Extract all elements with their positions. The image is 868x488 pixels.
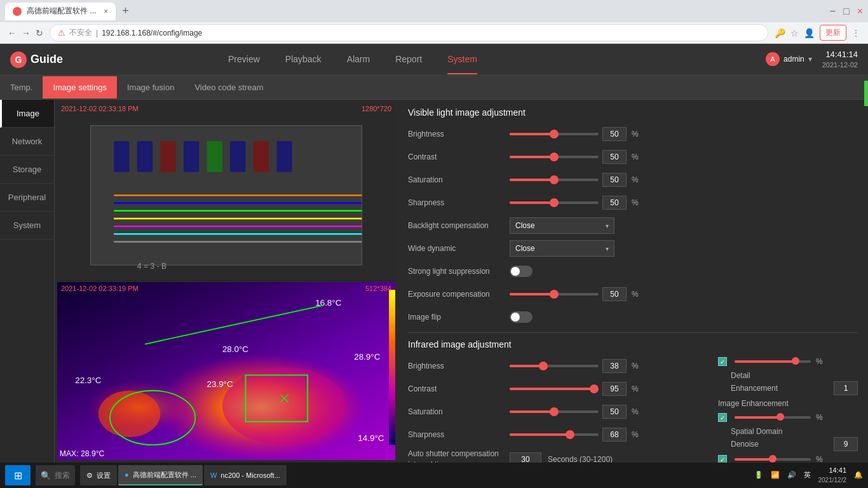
- time-display: 14:41:14: [822, 49, 858, 60]
- browser-tab[interactable]: 高德前端配置软件 ... ×: [5, 3, 116, 20]
- forward-button[interactable]: →: [22, 28, 31, 38]
- ir-saturation-value[interactable]: 50: [602, 405, 627, 419]
- secure-label: 不安全: [69, 27, 92, 38]
- tab-system[interactable]: System: [447, 45, 477, 74]
- vis-saturation-value[interactable]: 50: [602, 173, 627, 187]
- vis-strong-light-knob: [511, 267, 520, 276]
- sub-nav-image-fusion[interactable]: Image fusion: [117, 76, 184, 98]
- main-layout: Image Network Storage Peripheral System …: [0, 100, 868, 463]
- vis-wide-dynamic-label: Wide dynamic: [408, 244, 510, 253]
- vis-brightness-value[interactable]: 50: [602, 127, 627, 141]
- vis-strong-light-toggle[interactable]: [510, 266, 532, 277]
- ir-contrast-slider[interactable]: [510, 388, 599, 390]
- sidebar-item-system[interactable]: System: [0, 212, 54, 240]
- tab-alarm[interactable]: Alarm: [347, 45, 370, 74]
- sub-nav-video-code-stream[interactable]: Video code stream: [184, 76, 273, 98]
- vis-contrast-label: Contrast: [408, 152, 510, 161]
- ir-sharpness-value[interactable]: 68: [602, 428, 627, 442]
- datetime: 14:41:14 2021-12-02: [822, 49, 858, 71]
- address-text[interactable]: 192.168.1.168/#/config/image: [102, 29, 202, 37]
- sidebar-item-image[interactable]: Image: [0, 100, 54, 128]
- taskbar-word[interactable]: W nc200 - Microsoft...: [204, 465, 287, 485]
- vis-contrast-value[interactable]: 50: [602, 150, 627, 164]
- vis-image-flip-label: Image flip: [408, 313, 510, 322]
- key-icon: 🔑: [775, 28, 785, 38]
- sub-nav-temp[interactable]: Temp.: [0, 76, 43, 98]
- vis-saturation-unit: %: [632, 175, 639, 184]
- vis-brightness-control: 50 %: [510, 127, 639, 141]
- spatial-denoise-checkbox[interactable]: ✓: [718, 413, 727, 422]
- sidebar-item-peripheral[interactable]: Peripheral: [0, 184, 54, 212]
- time-domain-checkbox[interactable]: ✓: [718, 455, 727, 463]
- volume-icon: 🔊: [787, 471, 796, 479]
- ir-contrast-value[interactable]: 95: [602, 382, 627, 396]
- infrared-panel: 2021-12-02 02:33:19 PM 512*384: [57, 282, 395, 461]
- vis-image-flip-row: Image flip: [408, 308, 858, 326]
- detail-enhance-slider[interactable]: [735, 360, 811, 363]
- window-minimize-btn[interactable]: −: [830, 6, 836, 17]
- vis-image-flip-toggle[interactable]: [510, 311, 532, 323]
- vis-backlight-label: Backlight compensation: [408, 221, 510, 230]
- vis-wide-dynamic-dropdown[interactable]: Close ▾: [510, 240, 614, 257]
- denoise-label: Denoise: [731, 440, 759, 449]
- address-input[interactable]: ⚠ 不安全 | 192.168.1.168/#/config/image: [50, 24, 768, 41]
- section-divider: [408, 332, 858, 333]
- tab-preview[interactable]: Preview: [228, 45, 260, 74]
- vis-backlight-arrow: ▾: [606, 222, 609, 229]
- vis-brightness-unit: %: [632, 130, 639, 139]
- vis-contrast-control: 50 %: [510, 150, 639, 164]
- detail-pct-unit: %: [816, 357, 823, 366]
- detail-enhance-checkbox[interactable]: ✓: [718, 357, 727, 366]
- vis-brightness-slider[interactable]: [510, 133, 599, 135]
- new-tab-button[interactable]: +: [118, 3, 133, 19]
- vis-exposure-slider[interactable]: [510, 293, 599, 295]
- level-indicator: [864, 100, 868, 106]
- notification-icon[interactable]: 🔔: [854, 471, 863, 479]
- vis-contrast-slider[interactable]: [510, 156, 599, 158]
- ir-contrast-row: Contrast 95 %: [408, 380, 705, 398]
- tab-title: 高德前端配置软件 ...: [27, 6, 96, 17]
- menu-icon[interactable]: ⋮: [851, 28, 860, 38]
- svg-text:MAX: 28.9°C: MAX: 28.9°C: [60, 449, 105, 458]
- tab-playback[interactable]: Playback: [285, 45, 322, 74]
- ir-brightness-slider[interactable]: [510, 365, 599, 367]
- update-button[interactable]: 更新: [820, 25, 846, 41]
- start-button[interactable]: ⊞: [5, 465, 31, 485]
- vis-exposure-value[interactable]: 50: [602, 287, 627, 301]
- vis-sharpness-slider[interactable]: [510, 201, 599, 204]
- profile-icon[interactable]: 👤: [804, 28, 815, 38]
- spatial-denoise-slider[interactable]: [735, 416, 811, 419]
- ir-saturation-slider[interactable]: [510, 410, 599, 413]
- sidebar-item-storage[interactable]: Storage: [0, 156, 54, 184]
- sub-nav-image-settings[interactable]: Image settings: [43, 76, 117, 98]
- vis-saturation-label: Saturation: [408, 175, 510, 184]
- svg-rect-9: [276, 141, 292, 172]
- taskbar-search[interactable]: 🔍 搜索: [36, 465, 75, 485]
- ir-auto-shutter-input[interactable]: 30: [510, 452, 541, 463]
- header-right: A admin ▾ 14:41:14 2021-12-02: [766, 49, 858, 71]
- taskbar-browser[interactable]: ● 高德前端配置软件 ...: [118, 465, 203, 485]
- taskbar-settings[interactable]: ⚙ 设置: [80, 465, 117, 485]
- vis-saturation-slider[interactable]: [510, 179, 599, 181]
- vis-sharpness-value[interactable]: 50: [602, 196, 627, 210]
- admin-dropdown-icon[interactable]: ▾: [808, 55, 812, 64]
- page-refresh-button[interactable]: ↻: [36, 28, 43, 38]
- enhancement-value[interactable]: 1: [834, 381, 858, 395]
- tab-close-btn[interactable]: ×: [104, 7, 108, 16]
- ir-sharpness-slider[interactable]: [510, 433, 599, 436]
- lang-indicator[interactable]: 英: [804, 470, 811, 480]
- sidebar-item-network[interactable]: Network: [0, 128, 54, 156]
- star-icon[interactable]: ☆: [790, 28, 799, 38]
- time-domain-slider[interactable]: [735, 458, 811, 461]
- vis-backlight-dropdown[interactable]: Close ▾: [510, 217, 614, 234]
- tab-report[interactable]: Report: [395, 45, 422, 74]
- ir-brightness-value[interactable]: 38: [602, 359, 627, 373]
- window-maximize-btn[interactable]: □: [843, 6, 850, 17]
- visible-light-title: Visible light image adjustment: [408, 107, 858, 118]
- ir-contrast-unit: %: [632, 384, 639, 393]
- window-close-btn[interactable]: ×: [857, 6, 863, 17]
- vis-exposure-label: Exposure compensation: [408, 290, 510, 299]
- spatial-label: Spatial Domain: [731, 427, 858, 436]
- denoise-value[interactable]: 9: [834, 437, 858, 451]
- back-button[interactable]: ←: [8, 28, 17, 38]
